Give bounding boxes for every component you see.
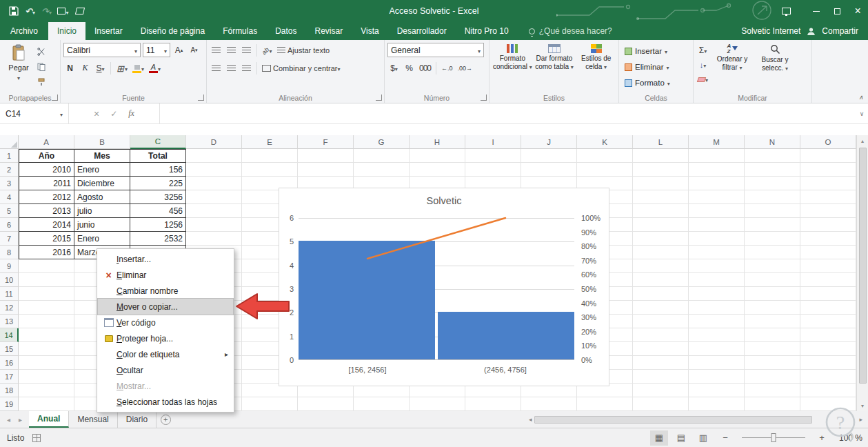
cell-A19[interactable] <box>19 397 74 411</box>
cell-D2[interactable] <box>186 163 242 177</box>
dialog-launcher-icon[interactable] <box>198 95 204 101</box>
cell-F1[interactable] <box>298 149 354 163</box>
clear-button[interactable] <box>696 72 709 86</box>
zoom-in-button[interactable] <box>813 430 831 446</box>
row-header-2[interactable]: 2 <box>0 163 19 177</box>
cell-M18[interactable] <box>689 384 745 397</box>
formula-input[interactable] <box>160 103 856 123</box>
vertical-scroll-thumb[interactable] <box>859 148 867 384</box>
cell-C6[interactable]: 1256 <box>130 218 186 232</box>
cell-I1[interactable] <box>465 149 521 163</box>
page-break-view-button[interactable] <box>694 430 712 446</box>
row-header-15[interactable]: 15 <box>0 342 19 356</box>
fill-button[interactable] <box>696 58 709 72</box>
sheet-tab-mensual[interactable]: Mensual <box>69 411 117 428</box>
cell-G2[interactable] <box>354 163 410 177</box>
cell-A10[interactable] <box>19 273 74 287</box>
cell-L3[interactable] <box>633 177 689 190</box>
row-header-8[interactable]: 8 <box>0 246 19 259</box>
wrap-text-button[interactable]: Ajustar texto <box>276 43 331 57</box>
cell-styles-button[interactable]: Estilos de celda <box>576 42 616 70</box>
increase-font-button[interactable] <box>172 43 185 57</box>
tab-diseño-de-página[interactable]: Diseño de página <box>132 22 214 40</box>
cell-N14[interactable] <box>745 328 800 342</box>
cell-A13[interactable] <box>19 315 74 328</box>
cell-M19[interactable] <box>689 397 745 411</box>
number-format-combo[interactable]: General <box>387 43 484 57</box>
sort-filter-button[interactable]: Ordenar y filtrar <box>711 42 754 86</box>
cell-N15[interactable] <box>745 342 800 356</box>
cell-M5[interactable] <box>689 204 745 218</box>
conditional-formatting-button[interactable]: Formato condicional <box>492 42 533 70</box>
cell-B2[interactable]: Enero <box>74 163 130 177</box>
cell-L6[interactable] <box>633 218 689 232</box>
underline-button[interactable]: S <box>94 61 107 75</box>
autosum-button[interactable]: Σ <box>696 43 709 57</box>
cell-L17[interactable] <box>633 370 689 384</box>
row-header-12[interactable]: 12 <box>0 301 19 315</box>
cut-button[interactable] <box>34 45 48 59</box>
cell-O5[interactable] <box>800 204 856 218</box>
cell-A9[interactable] <box>19 259 74 273</box>
collapse-ribbon-button[interactable] <box>858 94 863 101</box>
cell-M4[interactable] <box>689 190 745 204</box>
cell-B6[interactable]: junio <box>74 218 130 232</box>
cell-M15[interactable] <box>689 342 745 356</box>
format-cells-button[interactable]: Formato <box>622 75 691 90</box>
cell-O8[interactable] <box>800 246 856 259</box>
percent-format-button[interactable]: % <box>403 61 416 75</box>
menu-item-seleccionar-todas-las-hojas[interactable]: Seleccionar todas las hojas <box>98 394 233 410</box>
merge-center-button[interactable]: Combinar y centrar <box>261 61 342 75</box>
cell-K1[interactable] <box>577 149 633 163</box>
cell-N8[interactable] <box>745 246 800 259</box>
column-header-L[interactable]: L <box>633 135 689 149</box>
cell-O18[interactable] <box>800 384 856 397</box>
cell-M2[interactable] <box>689 163 745 177</box>
cell-L14[interactable] <box>633 328 689 342</box>
tab-datos[interactable]: Datos <box>266 22 305 40</box>
cell-A8[interactable]: 2016 <box>19 246 74 259</box>
cell-N7[interactable] <box>745 232 800 246</box>
cell-O1[interactable] <box>800 149 856 163</box>
cell-B4[interactable]: Agosto <box>74 190 130 204</box>
name-box[interactable]: C14 <box>0 103 69 123</box>
tab-vista[interactable]: Vista <box>352 22 387 40</box>
cell-N2[interactable] <box>745 163 800 177</box>
cell-H19[interactable] <box>410 397 465 411</box>
row-header-5[interactable]: 5 <box>0 204 19 218</box>
cell-D1[interactable] <box>186 149 242 163</box>
align-bottom-button[interactable] <box>240 43 253 57</box>
cell-N5[interactable] <box>745 204 800 218</box>
zoom-level[interactable]: 100 % <box>835 433 862 443</box>
cell-N3[interactable] <box>745 177 800 190</box>
menu-item-cambiar-nombre[interactable]: Cambiar nombre <box>98 283 233 299</box>
row-header-9[interactable]: 9 <box>0 259 19 273</box>
align-left-button[interactable] <box>210 61 223 75</box>
cell-L4[interactable] <box>633 190 689 204</box>
cell-I19[interactable] <box>465 397 521 411</box>
cell-N11[interactable] <box>745 287 800 301</box>
cell-M16[interactable] <box>689 356 745 370</box>
column-header-K[interactable]: K <box>577 135 633 149</box>
cell-C2[interactable]: 156 <box>130 163 186 177</box>
insert-cells-button[interactable]: Insertar <box>622 43 691 59</box>
cell-G1[interactable] <box>354 149 410 163</box>
cell-A6[interactable]: 2014 <box>19 218 74 232</box>
enter-icon[interactable] <box>110 109 117 119</box>
font-name-combo[interactable]: Calibri <box>63 43 141 57</box>
cell-A1[interactable]: Año <box>19 149 74 163</box>
cell-O19[interactable] <box>800 397 856 411</box>
thousands-format-button[interactable]: 000 <box>418 61 432 75</box>
cell-L1[interactable] <box>633 149 689 163</box>
cell-L7[interactable] <box>633 232 689 246</box>
scroll-down-icon[interactable] <box>857 400 868 411</box>
dialog-launcher-icon[interactable] <box>376 95 382 101</box>
menu-item-proteger-hoja[interactable]: Proteger hoja... <box>98 330 233 346</box>
account-name[interactable]: Solvetic Internet <box>741 26 800 36</box>
fill-color-button[interactable] <box>131 61 145 75</box>
find-select-button[interactable]: Buscar y selecc. <box>754 42 796 86</box>
cell-F19[interactable] <box>298 397 354 411</box>
zoom-slider[interactable] <box>742 437 805 438</box>
new-sheet-button[interactable] <box>157 411 174 428</box>
row-header-3[interactable]: 3 <box>0 177 19 190</box>
